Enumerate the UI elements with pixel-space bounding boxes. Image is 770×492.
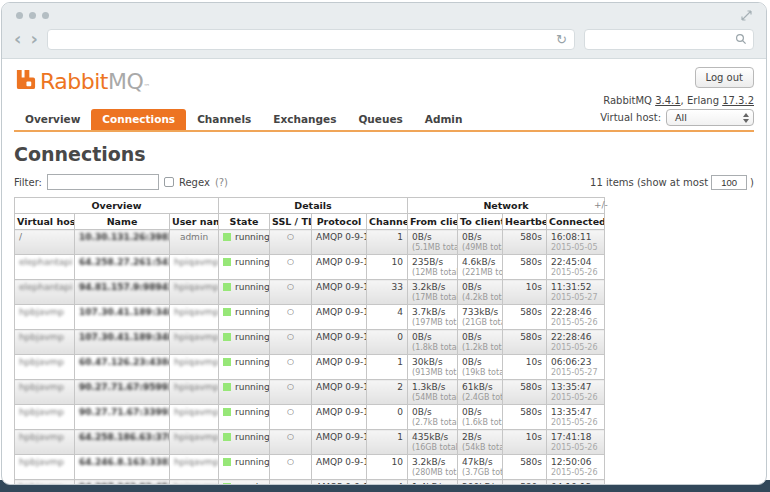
refresh-icon[interactable]: ↻: [556, 33, 567, 46]
cell-heartbeat: 580s: [503, 305, 547, 330]
cell-connection-name[interactable]: 94.81.157.9:98941: [75, 280, 170, 305]
fullscreen-icon[interactable]: [741, 6, 752, 25]
cell-connection-name[interactable]: 107.30.41.189:34821: [75, 305, 170, 330]
cell-from-client: 0B/s(5.1MB total): [408, 230, 458, 255]
column-toggle-link[interactable]: +/-: [594, 200, 608, 210]
regex-label: Regex: [179, 177, 210, 188]
cell-connection-name[interactable]: 64.258.186.63:37814: [75, 430, 170, 455]
cell-state: running: [219, 280, 270, 305]
table-group-header-row: Overview Details Network: [15, 198, 605, 214]
cell-to-client: 0B/s(1.6kB total): [458, 405, 503, 430]
cell-heartbeat: 580s: [503, 230, 547, 255]
running-state-icon: [223, 358, 231, 366]
browser-toolbar: ‹ › ↻: [2, 27, 766, 59]
cell-connected-at: 22:28:462015-05-26: [547, 330, 605, 355]
cell-connected-at: 11:31:522015-05-27: [547, 280, 605, 305]
cell-channels: 1: [367, 230, 408, 255]
window-control-dot[interactable]: [16, 12, 23, 19]
cell-state: running: [219, 380, 270, 405]
tab-admin[interactable]: Admin: [414, 109, 474, 130]
window-control-dot[interactable]: [42, 12, 49, 19]
cell-connected-at: 04:19:122015-05-27: [547, 480, 605, 486]
tab-channels[interactable]: Channels: [186, 109, 262, 130]
cell-channels: 0: [367, 330, 408, 355]
cell-heartbeat: 580s: [503, 255, 547, 280]
search-bar[interactable]: [584, 29, 754, 50]
running-state-icon: [223, 483, 231, 485]
cell-protocol: AMQP 0-9-1: [312, 380, 367, 405]
show-at-most-input[interactable]: [711, 175, 747, 190]
tab-queues[interactable]: Queues: [347, 109, 413, 130]
cell-connected-at: 17:41:182015-05-26: [547, 430, 605, 455]
col-header-to-client[interactable]: To client: [458, 214, 503, 230]
regex-help-link[interactable]: (?): [215, 177, 228, 188]
col-header-connected-at[interactable]: Connected at: [547, 214, 605, 230]
virtual-host-select[interactable]: All: [666, 109, 754, 126]
cell-connection-name[interactable]: 64.258.27.261:54153: [75, 255, 170, 280]
cell-state: running: [219, 405, 270, 430]
cell-connection-name[interactable]: 64.246.8.163:33839: [75, 455, 170, 480]
tab-connections[interactable]: Connections: [91, 109, 186, 130]
cell-channels: 10: [367, 255, 408, 280]
back-button[interactable]: ‹: [14, 30, 21, 48]
cell-connection-name[interactable]: 94.297.342.82:45429: [75, 480, 170, 486]
cell-virtual-host: hpbjavmp: [15, 480, 75, 486]
table-row: hpbjavmp 64.246.8.163:33839 hpiqavmp run…: [15, 455, 605, 480]
col-header-state[interactable]: State: [219, 214, 270, 230]
erlang-version-link[interactable]: 17.3.2: [722, 95, 754, 106]
cell-user-name: admin: [170, 230, 219, 255]
col-header-channels[interactable]: Channels: [367, 214, 408, 230]
cell-ssl-tls: ○: [270, 330, 312, 355]
cell-heartbeat: 580s: [503, 480, 547, 486]
connections-table: Overview Details Network Virtual host Na…: [14, 197, 605, 485]
cell-connected-at: 06:06:232015-05-27: [547, 355, 605, 380]
virtual-host-value: All: [675, 112, 687, 123]
log-out-button[interactable]: Log out: [695, 67, 754, 88]
cell-user-name: hpiqavmp: [170, 380, 219, 405]
rabbitmq-logo[interactable]: RabbitMQ™: [14, 68, 150, 95]
running-state-icon: [223, 383, 231, 391]
filter-input[interactable]: [47, 174, 159, 190]
col-header-ssl-tls[interactable]: SSL / TLS: [270, 214, 312, 230]
browser-window: ‹ › ↻ RabbitMQ™ L: [1, 2, 767, 485]
cell-connection-name[interactable]: 60.47.126.23:43840: [75, 355, 170, 380]
regex-checkbox[interactable]: [164, 177, 174, 187]
cell-heartbeat: 10s: [503, 355, 547, 380]
table-row: hpbjavmp 90.27.71.67:33993 hpiqavmp runn…: [15, 405, 605, 430]
col-header-name[interactable]: Name: [75, 214, 170, 230]
col-header-protocol[interactable]: Protocol: [312, 214, 367, 230]
window-control-dot[interactable]: [29, 12, 36, 19]
cell-connected-at: 16:08:112015-05-05: [547, 230, 605, 255]
running-state-icon: [223, 283, 231, 291]
cell-channels: 0: [367, 405, 408, 430]
cell-protocol: AMQP 0-9-1: [312, 255, 367, 280]
table-row: hpbjavmp 60.47.126.23:43840 hpiqavmp run…: [15, 355, 605, 380]
cell-connected-at: 22:28:462015-05-26: [547, 305, 605, 330]
cell-connection-name[interactable]: 90.27.71.67:33993: [75, 405, 170, 430]
rabbitmq-version-link[interactable]: 3.4.1: [655, 95, 680, 106]
cell-connection-name[interactable]: 107.30.41.189:34823: [75, 330, 170, 355]
cell-heartbeat: 580s: [503, 405, 547, 430]
filter-label: Filter:: [14, 177, 42, 188]
table-row: hpbjavmp 64.258.186.63:37814 hpiqavmp ru…: [15, 430, 605, 455]
tab-overview[interactable]: Overview: [14, 109, 91, 130]
cell-virtual-host: hpbjavmp: [15, 430, 75, 455]
cell-connection-name[interactable]: 10.30.131.26:39838: [75, 230, 170, 255]
table-row: hpbjavmp 107.30.41.189:34823 hpiqavmp ru…: [15, 330, 605, 355]
cell-state: running: [219, 430, 270, 455]
cell-channels: 10: [367, 455, 408, 480]
cell-state: running: [219, 455, 270, 480]
cell-ssl-tls: ○: [270, 355, 312, 380]
tab-exchanges[interactable]: Exchanges: [262, 109, 347, 130]
table-header-row: Virtual host Name User name State SSL / …: [15, 214, 605, 230]
address-bar[interactable]: ↻: [47, 29, 575, 50]
col-header-user-name[interactable]: User name: [170, 214, 219, 230]
forward-button[interactable]: ›: [30, 30, 37, 48]
cell-protocol: AMQP 0-9-1: [312, 305, 367, 330]
cell-channels: 33: [367, 280, 408, 305]
col-header-virtual-host[interactable]: Virtual host: [15, 214, 75, 230]
col-header-heartbeat[interactable]: Heartbeat: [503, 214, 547, 230]
col-header-from-client[interactable]: From client: [408, 214, 458, 230]
browser-titlebar: [2, 3, 766, 27]
cell-connection-name[interactable]: 90.27.71.67:95993: [75, 380, 170, 405]
